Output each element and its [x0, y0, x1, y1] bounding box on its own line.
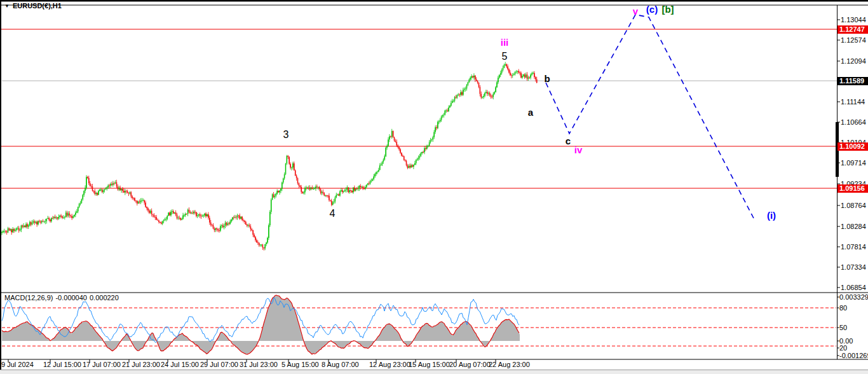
- price-tick-label: 1.12094: [841, 57, 866, 66]
- bottom-strip: [0, 370, 868, 374]
- time-axis-label[interactable]: 21 Jul 23:00: [122, 361, 160, 368]
- indicator-value-2: 0.000220: [90, 294, 119, 301]
- wave-label-5[interactable]: 5: [502, 52, 508, 62]
- time-axis-label[interactable]: 12 Aug 23:00: [369, 361, 410, 368]
- price-tag: 1.11589: [837, 77, 868, 85]
- price-tag: 1.09156: [837, 184, 868, 193]
- wave-label-a[interactable]: a: [528, 107, 533, 117]
- indicator-value-1: -0.000040: [55, 294, 87, 301]
- time-axis-label[interactable]: 29 Jul 07:00: [200, 361, 238, 368]
- wave-label-i[interactable]: (i): [767, 211, 776, 220]
- time-axis-label[interactable]: 24 Jul 15:00: [161, 361, 199, 368]
- indicator-name: MACD(12,26,9): [4, 294, 53, 301]
- time-axis-label[interactable]: 9 Jul 2024: [1, 361, 34, 368]
- chart-dropdown-icon[interactable]: ▼: [4, 3, 10, 9]
- price-tick-label: 1.09714: [841, 159, 866, 167]
- wave-label-c[interactable]: (c): [646, 4, 658, 14]
- price-tick-label: 1.08284: [841, 223, 866, 231]
- time-axis-label[interactable]: 15 Aug 15:00: [409, 361, 450, 368]
- indicator-label: MACD(12,26,9)-0.0000400.000220: [4, 294, 121, 301]
- time-axis-label[interactable]: 12 Jul 15:00: [43, 361, 81, 368]
- chart-window: ▼EURUSD(€),H1 MACD(12,26,9)-0.0000400.00…: [0, 0, 868, 374]
- wave-label-4[interactable]: 4: [330, 209, 336, 219]
- wave-label-b[interactable]: b: [544, 74, 550, 83]
- price-tick-label: 1.13044: [841, 16, 866, 24]
- time-axis-label[interactable]: 17 Jul 07:00: [83, 361, 121, 368]
- time-axis-label[interactable]: 5 Aug 15:00: [281, 361, 319, 368]
- price-tick-label: 1.12574: [841, 36, 866, 45]
- price-tag: 1.10092: [837, 142, 868, 151]
- wave-label-iv[interactable]: iv: [574, 145, 583, 155]
- wave-label-b[interactable]: [b]: [661, 4, 674, 14]
- price-tag: 1.12747: [837, 25, 868, 34]
- time-axis-label[interactable]: 20 Aug 07:00: [449, 361, 491, 368]
- wave-label-3[interactable]: 3: [283, 130, 289, 140]
- chart-canvas[interactable]: [0, 0, 868, 374]
- symbol-title-label: EURUSD(€),H1: [13, 2, 62, 10]
- symbol-title[interactable]: ▼EURUSD(€),H1: [4, 2, 62, 10]
- price-tick-label: 1.11144: [841, 98, 865, 106]
- time-axis-label[interactable]: 8 Aug 07:00: [322, 361, 359, 368]
- price-tick-label: 1.06854: [841, 284, 866, 292]
- wave-label-iii[interactable]: iii: [501, 38, 509, 47]
- wave-label-c[interactable]: c: [566, 136, 571, 146]
- indicator-scale-label: 0.003329: [839, 293, 868, 301]
- wave-label-v[interactable]: v: [633, 6, 638, 16]
- price-tick-label: 1.10664: [841, 118, 866, 127]
- indicator-scale-label: 80: [839, 304, 847, 312]
- time-axis-label[interactable]: 31 Jul 23:00: [240, 361, 278, 368]
- price-tick-label: 1.07814: [841, 243, 866, 251]
- time-axis-label[interactable]: 22 Aug 23:00: [489, 361, 530, 368]
- indicator-scale-label: -0.001269: [839, 352, 868, 360]
- price-tick-label: 1.07334: [841, 263, 866, 272]
- price-tick-label: 1.08764: [841, 202, 866, 210]
- indicator-scale-label: 50: [839, 324, 847, 332]
